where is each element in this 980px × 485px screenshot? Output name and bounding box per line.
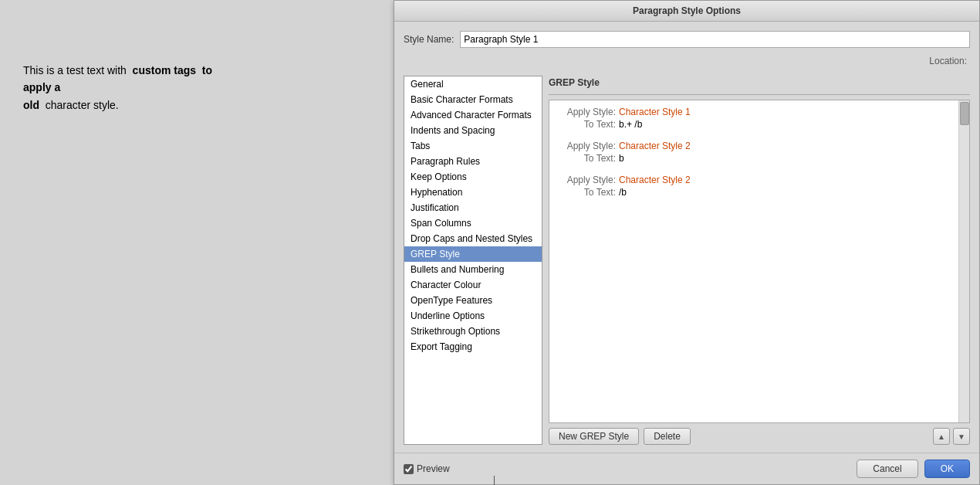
grep-entry-3-text-row: To Text: /b	[554, 187, 965, 198]
connector-line	[494, 476, 495, 485]
location-label: Location:	[929, 56, 967, 66]
grep-style-divider	[549, 94, 970, 95]
preview-checkbox-area: Preview	[404, 463, 450, 474]
sidebar-item-bullets[interactable]: Bullets and Numbering	[404, 262, 542, 277]
dialog-titlebar: Paragraph Style Options	[394, 1, 979, 22]
grep-entry-1-apply-row: Apply Style: Character Style 1	[554, 107, 965, 117]
grep-entry-2-apply-row: Apply Style: Character Style 2	[554, 141, 965, 151]
grep-entry-1-text-value: b.+ /b	[619, 119, 642, 130]
main-content: General Basic Character Formats Advanced…	[404, 76, 970, 445]
bg-text-bold1: custom tags	[133, 64, 202, 76]
cancel-button[interactable]: Cancel	[857, 460, 917, 478]
sidebar-item-export-tagging[interactable]: Export Tagging	[404, 339, 542, 354]
location-row: Location:	[404, 56, 970, 70]
paragraph-style-options-dialog: Paragraph Style Options Style Name: Loca…	[394, 0, 980, 485]
grep-entry-1: Apply Style: Character Style 1 To Text: …	[554, 105, 965, 133]
grep-entry-2: Apply Style: Character Style 2 To Text: …	[554, 139, 965, 167]
grep-entry-3-apply-value: Character Style 2	[619, 175, 691, 185]
background-text: This is a test text with custom tags to …	[23, 62, 224, 114]
grep-entry-3: Apply Style: Character Style 2 To Text: …	[554, 173, 965, 201]
sidebar-item-tabs[interactable]: Tabs	[404, 138, 542, 154]
grep-entry-1-apply-label: Apply Style:	[554, 107, 616, 117]
grep-entry-2-text-value: b	[619, 153, 624, 164]
background-content: This is a test text with custom tags to …	[0, 0, 394, 485]
bg-text-line3: character style.	[39, 99, 119, 111]
grep-entries-scrollbar-thumb[interactable]	[960, 102, 969, 125]
grep-entries-inner: Apply Style: Character Style 1 To Text: …	[549, 100, 969, 212]
grep-entries-scrollbar[interactable]	[958, 100, 969, 422]
style-name-label: Style Name:	[404, 34, 454, 45]
new-grep-style-button[interactable]: New GREP Style	[549, 428, 639, 445]
grep-buttons-row: New GREP Style Delete ▲ ▼	[549, 428, 970, 445]
sidebar-item-hyphenation[interactable]: Hyphenation	[404, 185, 542, 200]
sidebar-item-basic-character[interactable]: Basic Character Formats	[404, 92, 542, 107]
right-panel: GREP Style Apply Style: Character Style …	[549, 76, 970, 445]
bg-text-old: old	[23, 99, 39, 111]
grep-entry-3-apply-label: Apply Style:	[554, 175, 616, 185]
grep-style-label: GREP Style	[549, 76, 970, 90]
style-name-row: Style Name:	[404, 29, 970, 49]
sidebar-item-span-columns[interactable]: Span Columns	[404, 215, 542, 231]
sidebar[interactable]: General Basic Character Formats Advanced…	[404, 76, 542, 445]
move-down-button[interactable]: ▼	[953, 428, 970, 445]
dialog-footer: Preview Cancel OK	[394, 453, 979, 484]
grep-entry-1-apply-value: Character Style 1	[619, 107, 691, 117]
grep-entry-3-apply-row: Apply Style: Character Style 2	[554, 175, 965, 185]
sidebar-item-paragraph-rules[interactable]: Paragraph Rules	[404, 154, 542, 169]
dialog-title: Paragraph Style Options	[633, 5, 741, 16]
sidebar-item-keep-options[interactable]: Keep Options	[404, 169, 542, 185]
grep-entry-2-apply-label: Apply Style:	[554, 141, 616, 151]
grep-entry-2-text-label: To Text:	[554, 153, 616, 164]
sidebar-item-strikethrough[interactable]: Strikethrough Options	[404, 324, 542, 339]
grep-entry-1-text-label: To Text:	[554, 119, 616, 130]
grep-arrows: ▲ ▼	[933, 428, 970, 445]
ok-button[interactable]: OK	[924, 460, 970, 478]
grep-entry-3-text-label: To Text:	[554, 187, 616, 198]
sidebar-item-opentype[interactable]: OpenType Features	[404, 293, 542, 308]
grep-entry-3-text-value: /b	[619, 187, 627, 198]
dialog-body: Style Name: Location: General Basic Char…	[394, 22, 979, 453]
sidebar-item-underline[interactable]: Underline Options	[404, 308, 542, 324]
style-name-input[interactable]	[460, 31, 970, 48]
delete-button[interactable]: Delete	[644, 428, 691, 445]
preview-label: Preview	[417, 463, 450, 474]
footer-buttons: Cancel OK	[857, 460, 970, 478]
sidebar-item-indents[interactable]: Indents and Spacing	[404, 123, 542, 138]
sidebar-item-general[interactable]: General	[404, 76, 542, 92]
grep-entry-2-text-row: To Text: b	[554, 153, 965, 164]
grep-entry-2-apply-value: Character Style 2	[619, 141, 691, 151]
grep-entry-1-text-row: To Text: b.+ /b	[554, 119, 965, 130]
bg-text-line1: This is a test text with	[23, 64, 133, 76]
sidebar-item-character-colour[interactable]: Character Colour	[404, 277, 542, 293]
sidebar-item-grep-style[interactable]: GREP Style	[404, 246, 542, 262]
preview-checkbox[interactable]	[404, 464, 414, 474]
move-up-button[interactable]: ▲	[933, 428, 950, 445]
sidebar-item-advanced-character[interactable]: Advanced Character Formats	[404, 107, 542, 123]
grep-entries-container[interactable]: Apply Style: Character Style 1 To Text: …	[549, 100, 970, 423]
sidebar-item-drop-caps[interactable]: Drop Caps and Nested Styles	[404, 231, 542, 246]
sidebar-item-justification[interactable]: Justification	[404, 200, 542, 215]
